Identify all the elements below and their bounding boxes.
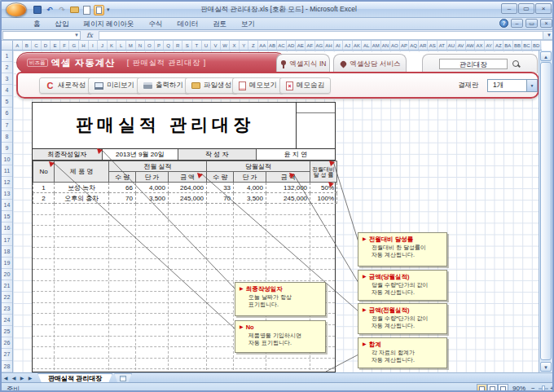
column-header-AI[interactable]: AI — [334, 41, 344, 50]
row-header-14[interactable]: 14 — [2, 200, 12, 211]
column-header-V[interactable]: V — [211, 41, 221, 50]
column-header-AQ[interactable]: AQ — [409, 41, 419, 50]
row-header-7[interactable]: 7 — [2, 120, 12, 131]
cell[interactable]: 보성 녹차 — [55, 183, 109, 193]
column-header-AY[interactable]: AY — [485, 41, 495, 50]
highlighted-tool-icon[interactable] — [94, 5, 104, 15]
column-header-W[interactable]: W — [221, 41, 231, 50]
zoom-out-icon[interactable]: − — [531, 385, 535, 392]
column-header-AT[interactable]: AT — [437, 41, 447, 50]
column-header-AU[interactable]: AU — [447, 41, 457, 50]
column-header-X[interactable]: X — [230, 41, 240, 50]
column-header-AW[interactable]: AW — [466, 41, 476, 50]
tab-excel-knowledge[interactable]: 엑셀지식 IN — [276, 54, 330, 73]
insert-worksheet-tab[interactable] — [114, 373, 132, 383]
banner-button-4[interactable]: 메모보기 — [232, 77, 284, 94]
ribbon-tab-3[interactable]: 수식 — [141, 18, 169, 29]
cell[interactable]: 245,000 — [266, 193, 310, 204]
row-header-22[interactable]: 22 — [2, 292, 12, 303]
column-header-E[interactable]: E — [51, 41, 60, 50]
cell[interactable]: 100% — [310, 193, 337, 204]
column-header-Y[interactable]: Y — [240, 41, 249, 50]
prev-price-header[interactable]: 단 가 — [136, 172, 169, 183]
empty-row[interactable] — [33, 237, 335, 249]
save-icon[interactable] — [33, 5, 42, 15]
row-header-11[interactable]: 11 — [2, 165, 12, 177]
row-header-27[interactable]: 27 — [2, 349, 12, 360]
row-header-4[interactable]: 4 — [2, 85, 12, 96]
column-header-G[interactable]: G — [69, 41, 79, 50]
column-header-S[interactable]: S — [182, 41, 192, 50]
workbook-close-button[interactable]: × — [540, 19, 552, 28]
row-header-28[interactable]: 28 — [2, 361, 12, 372]
last-date-value[interactable]: 2013년 9월 20일 — [103, 149, 179, 160]
column-header-I[interactable]: I — [89, 41, 99, 50]
row-header-25[interactable]: 25 — [2, 326, 12, 337]
group-curr-header[interactable]: 당월실적 — [207, 161, 310, 172]
column-header-BD[interactable]: BD — [532, 41, 542, 50]
column-header-N[interactable]: N — [136, 41, 146, 50]
curr-amount-header[interactable]: 금 액 — [266, 172, 310, 183]
row-header-5[interactable]: 5 — [2, 96, 12, 108]
minimize-button[interactable]: – — [501, 3, 517, 14]
row-header-15[interactable]: 15 — [2, 211, 12, 222]
group-prev-header[interactable]: 전월 실적 — [109, 161, 207, 172]
ribbon-tab-6[interactable]: 보기 — [234, 18, 262, 29]
column-header-P[interactable]: P — [155, 41, 165, 50]
row-header-24[interactable]: 24 — [2, 315, 12, 326]
row-header-19[interactable]: 19 — [2, 258, 12, 269]
page-layout-view-icon[interactable] — [487, 384, 498, 392]
row-header-1[interactable]: 1 — [2, 51, 12, 62]
column-header-L[interactable]: L — [117, 41, 126, 50]
expand-formula-bar-button[interactable]: ▼ — [543, 31, 554, 40]
author-value[interactable]: 윤 지 연 — [257, 149, 335, 160]
column-header-AK[interactable]: AK — [353, 41, 363, 50]
cell[interactable]: 33 — [207, 183, 234, 193]
column-header-BC[interactable]: BC — [522, 41, 532, 50]
column-header-A[interactable]: A — [13, 41, 23, 50]
workbook-minimize-button[interactable]: – — [511, 19, 523, 28]
column-header-O[interactable]: O — [145, 41, 155, 50]
column-header-AV[interactable]: AV — [456, 41, 466, 50]
column-header-U[interactable]: U — [202, 41, 212, 50]
column-header-AH[interactable]: AH — [324, 41, 334, 50]
column-header-AZ[interactable]: AZ — [494, 41, 503, 50]
office-button[interactable] — [6, 2, 27, 17]
column-header-J[interactable]: J — [98, 41, 108, 50]
empty-row[interactable] — [33, 359, 335, 370]
sheet-tab-active[interactable]: 판매실적 관리대장 — [37, 373, 112, 383]
cell[interactable]: 264,000 — [169, 183, 207, 193]
column-header-F[interactable]: F — [60, 41, 70, 50]
column-header-Q[interactable]: Q — [164, 41, 174, 50]
last-sheet-icon[interactable]: ▶ — [26, 375, 34, 381]
row-header-13[interactable]: 13 — [2, 188, 12, 200]
col-no-header[interactable]: No — [33, 161, 55, 183]
banner-button-3[interactable]: 파일생성 — [185, 77, 238, 94]
vertical-scrollbar[interactable]: ▲ ▼ — [539, 51, 552, 372]
column-header-AO[interactable]: AO — [390, 41, 400, 50]
row-header-10[interactable]: 10 — [2, 154, 12, 165]
print-preview-icon[interactable] — [81, 5, 91, 15]
workbook-restore-button[interactable]: ▭ — [525, 19, 538, 28]
row-header-3[interactable]: 3 — [2, 73, 12, 85]
chevron-down-icon[interactable]: ▼ — [526, 80, 537, 91]
column-header-AG[interactable]: AG — [315, 41, 325, 50]
curr-qty-header[interactable]: 수 량 — [207, 172, 234, 183]
empty-row[interactable] — [33, 259, 335, 271]
column-header-AN[interactable]: AN — [381, 41, 391, 50]
page-break-preview-icon[interactable] — [498, 384, 508, 392]
row-header-2[interactable]: 2 — [2, 62, 12, 73]
column-header-AP[interactable]: AP — [400, 41, 410, 50]
next-sheet-icon[interactable]: ▶ — [18, 375, 26, 381]
row-header-8[interactable]: 8 — [2, 131, 12, 143]
open-folder-icon[interactable] — [69, 5, 79, 15]
formula-input[interactable] — [99, 31, 543, 40]
banner-button-0[interactable]: C새로작성 — [39, 77, 92, 94]
col-product-header[interactable]: 제 품 명 — [55, 161, 109, 183]
first-sheet-icon[interactable]: ◀ — [2, 375, 10, 381]
redo-icon[interactable]: ↷ — [57, 5, 67, 15]
cell[interactable]: 3,500 — [234, 193, 266, 204]
normal-view-icon[interactable] — [477, 384, 487, 392]
column-header-AD[interactable]: AD — [287, 41, 297, 50]
column-header-AS[interactable]: AS — [428, 41, 437, 50]
